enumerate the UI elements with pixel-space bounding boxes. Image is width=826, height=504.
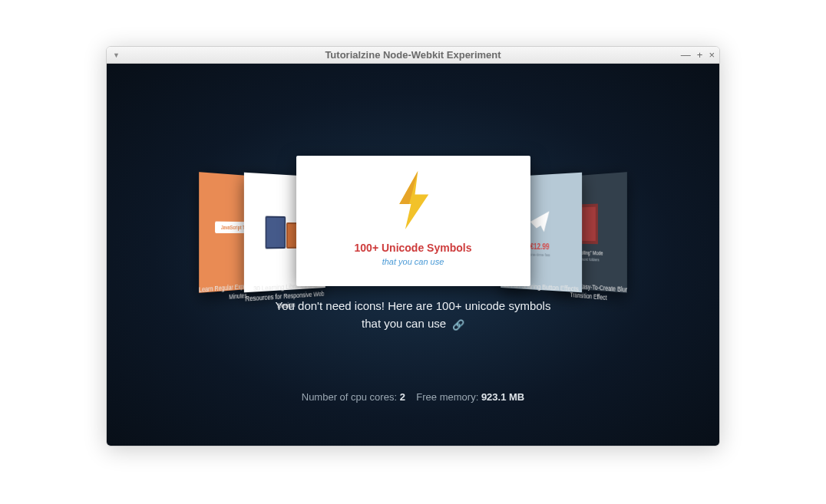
article-headline-text: You don't need icons! Here are 100+ unic… — [276, 299, 551, 330]
cpu-cores-label: Number of cpu cores: — [302, 391, 397, 403]
window-titlebar: ▼ Tutorialzine Node-Webkit Experiment — … — [107, 47, 719, 64]
menu-down-icon[interactable]: ▼ — [113, 51, 120, 59]
minimize-icon[interactable]: — — [681, 49, 691, 61]
lightning-icon — [392, 171, 434, 229]
carousel-card-active[interactable]: 100+ Unicode Symbols that you can use — [296, 156, 530, 286]
close-icon[interactable]: × — [709, 49, 715, 61]
svg-marker-2 — [530, 211, 550, 232]
maximize-icon[interactable]: + — [697, 49, 703, 61]
free-memory-value: 923.1 MB — [481, 391, 524, 403]
carousel: JavaScript Tips… Learn Regular Expressio… — [107, 156, 719, 309]
app-window: ▼ Tutorialzine Node-Webkit Experiment — … — [106, 46, 720, 446]
center-card-subtitle: that you can use — [382, 257, 444, 266]
card-badge-sub — [237, 238, 238, 243]
free-memory-label: Free memory: — [416, 391, 478, 403]
center-card-title: 100+ Unicode Symbols — [355, 242, 472, 254]
card-price: €12.99 — [530, 242, 550, 250]
cpu-cores-value: 2 — [400, 391, 405, 403]
link-icon[interactable]: 🔗 — [449, 319, 464, 331]
card-price-sub: one-time fee — [530, 252, 550, 257]
app-content: JavaScript Tips… Learn Regular Expressio… — [107, 64, 719, 446]
article-headline: You don't need icons! Here are 100+ unic… — [107, 298, 719, 332]
window-title: Tutorialzine Node-Webkit Experiment — [107, 49, 719, 61]
system-stats: Number of cpu cores: 2 Free memory: 923.… — [107, 391, 719, 403]
